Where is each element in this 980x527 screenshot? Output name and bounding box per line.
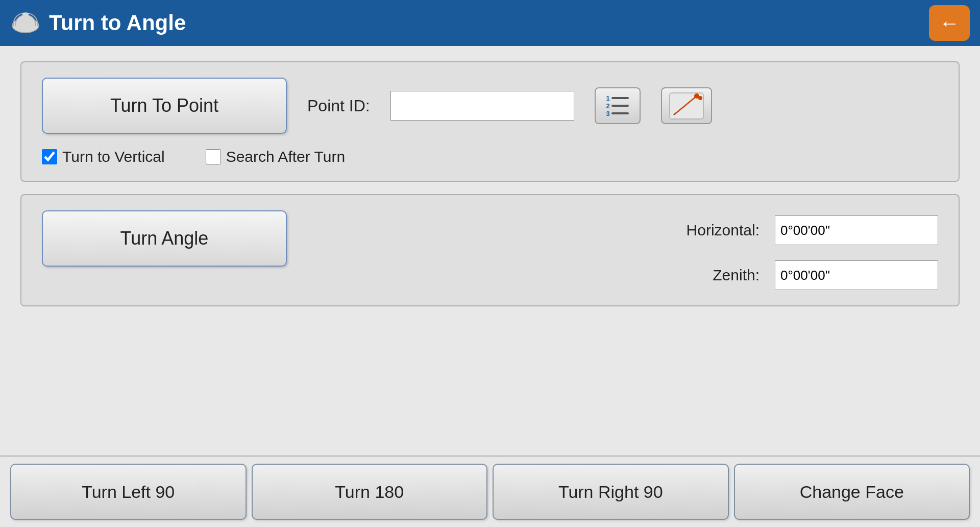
svg-rect-1 [22,13,29,17]
target-icon [669,92,704,120]
horizontal-row: Horizontal: [317,215,938,245]
header: Turn to Angle ← [0,0,980,46]
svg-point-5 [698,96,702,100]
turn-left-90-button[interactable]: Turn Left 90 [10,464,247,520]
turn-angle-card: Turn Angle Horizontal: Zenith: [20,194,960,306]
checkboxes-row: Turn to Vertical Search After Turn [42,148,938,165]
turn-angle-button[interactable]: Turn Angle [42,210,287,267]
point-id-input[interactable] [390,91,574,121]
turn-to-vertical-checkbox[interactable] [42,149,57,164]
hardhat-icon [10,8,41,38]
search-after-turn-label: Search After Turn [226,148,345,165]
search-after-turn-checkbox-container[interactable]: Search After Turn [206,148,345,165]
back-arrow-icon: ← [939,13,960,33]
change-face-button[interactable]: Change Face [734,464,970,520]
zenith-label: Zenith: [657,267,760,284]
turn-to-point-card: Turn To Point Point ID: 1 2 3 [20,61,960,182]
search-after-turn-checkbox[interactable] [206,149,221,164]
back-button[interactable]: ← [929,5,970,41]
main-content: Turn To Point Point ID: 1 2 3 [0,46,980,456]
list-icon: 1 2 3 [606,95,629,117]
bottom-bar: Turn Left 90 Turn 180 Turn Right 90 Chan… [0,456,980,527]
turn-to-vertical-checkbox-container[interactable]: Turn to Vertical [42,148,165,165]
turn-to-point-button[interactable]: Turn To Point [42,78,287,134]
page-title: Turn to Angle [49,11,186,35]
target-icon-button[interactable] [661,87,712,124]
angle-fields: Horizontal: Zenith: [317,215,938,290]
turn-180-button[interactable]: Turn 180 [252,464,488,520]
point-id-label: Point ID: [307,97,370,115]
turn-to-vertical-label: Turn to Vertical [62,148,165,165]
horizontal-label: Horizontal: [657,222,760,239]
header-left: Turn to Angle [10,8,186,38]
zenith-row: Zenith: [317,260,938,290]
zenith-input[interactable] [775,260,938,290]
point-list-button[interactable]: 1 2 3 [595,87,641,124]
turn-right-90-button[interactable]: Turn Right 90 [493,464,729,520]
turn-angle-layout: Turn Angle Horizontal: Zenith: [42,210,938,290]
turn-to-point-row: Turn To Point Point ID: 1 2 3 [42,78,938,134]
horizontal-input[interactable] [775,215,938,245]
